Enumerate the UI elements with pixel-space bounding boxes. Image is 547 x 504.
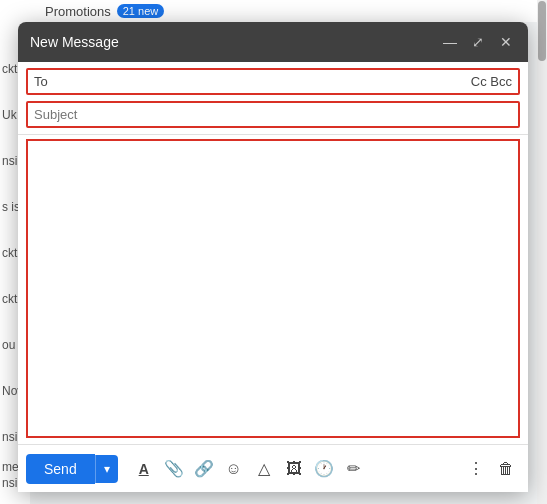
send-dropdown-icon: ▾ (104, 462, 110, 476)
subject-field-row (26, 101, 520, 128)
more-options-icon: ⋮ (468, 459, 484, 478)
compose-fields: To Cc Bcc (18, 62, 528, 135)
formatting-icon: A (139, 461, 149, 477)
attach-button[interactable]: 📎 (160, 455, 188, 483)
bg-list-item: ckt (2, 292, 17, 306)
compose-titlebar: New Message — ⤢ ✕ (18, 22, 528, 62)
promotions-bar: Promotions 21 new (0, 0, 547, 22)
scrollbar-thumb[interactable] (538, 1, 546, 61)
send-button[interactable]: Send (26, 454, 95, 484)
expand-button[interactable]: ⤢ (468, 32, 488, 52)
to-input[interactable] (52, 74, 471, 89)
drive-icon: △ (258, 459, 270, 478)
emoji-button[interactable]: ☺ (220, 455, 248, 483)
signature-icon: ✏ (347, 459, 360, 478)
emoji-icon: ☺ (226, 460, 242, 478)
link-button[interactable]: 🔗 (190, 455, 218, 483)
body-textarea[interactable] (26, 139, 520, 438)
compose-title: New Message (30, 34, 119, 50)
bg-list-item: ckt (2, 62, 17, 76)
bg-list-item: ckt (2, 246, 17, 260)
bg-list-item: nsi (2, 154, 17, 168)
formatting-button[interactable]: A (130, 455, 158, 483)
bg-list-item: me (2, 460, 19, 474)
scrollbar[interactable] (537, 0, 547, 504)
more-options-button[interactable]: ⋮ (462, 455, 490, 483)
send-button-group: Send ▾ (26, 454, 118, 484)
cc-bcc-button[interactable]: Cc Bcc (471, 74, 512, 89)
toolbar-right: ⋮ 🗑 (462, 455, 520, 483)
subject-input[interactable] (34, 107, 512, 122)
schedule-button[interactable]: 🕐 (310, 455, 338, 483)
photo-icon: 🖼 (286, 460, 302, 478)
to-field-row: To Cc Bcc (26, 68, 520, 95)
promotions-label: Promotions (45, 4, 111, 19)
bg-list-item: Uk (2, 108, 17, 122)
delete-icon: 🗑 (498, 460, 514, 478)
schedule-icon: 🕐 (314, 459, 334, 478)
compose-body (18, 135, 528, 444)
promotions-badge: 21 new (117, 4, 164, 18)
link-icon: 🔗 (194, 459, 214, 478)
compose-toolbar: Send ▾ A 📎 🔗 ☺ △ 🖼 🕐 (18, 444, 528, 492)
photo-button[interactable]: 🖼 (280, 455, 308, 483)
bg-list-item: nsi (2, 476, 17, 490)
minimize-button[interactable]: — (440, 32, 460, 52)
close-button[interactable]: ✕ (496, 32, 516, 52)
bg-list-item: nsi (2, 430, 17, 444)
compose-window-controls: — ⤢ ✕ (440, 32, 516, 52)
signature-button[interactable]: ✏ (340, 455, 368, 483)
drive-button[interactable]: △ (250, 455, 278, 483)
compose-window: New Message — ⤢ ✕ To Cc Bcc Send ▾ (18, 22, 528, 492)
to-label: To (34, 74, 48, 89)
attach-icon: 📎 (164, 459, 184, 478)
send-dropdown-button[interactable]: ▾ (95, 455, 118, 483)
bg-list-item: ou (2, 338, 15, 352)
delete-button[interactable]: 🗑 (492, 455, 520, 483)
